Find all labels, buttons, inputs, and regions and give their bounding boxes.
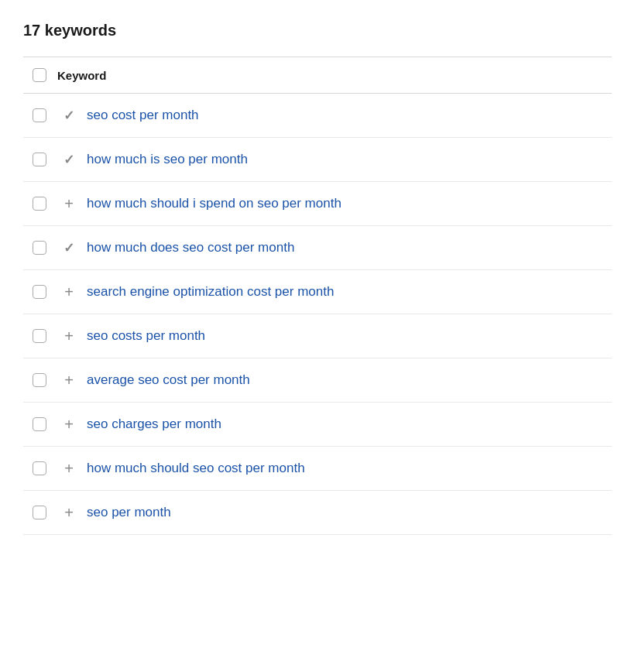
keyword-text[interactable]: seo cost per month <box>87 108 602 123</box>
check-icon: ✓ <box>64 109 74 122</box>
table-row[interactable]: +seo per month <box>23 491 612 535</box>
row-checkbox-cell[interactable] <box>33 329 57 343</box>
plus-icon: + <box>64 196 74 211</box>
row-checkbox-cell[interactable] <box>33 153 57 166</box>
row-checkbox[interactable] <box>33 197 46 211</box>
check-icon: ✓ <box>64 153 74 166</box>
row-checkbox-cell[interactable] <box>33 417 57 431</box>
plus-icon: + <box>64 284 74 300</box>
keyword-text[interactable]: search engine optimization cost per mont… <box>87 284 602 300</box>
keyword-column-header: Keyword <box>57 69 106 82</box>
keywords-table: Keyword ✓seo cost per month✓how much is … <box>23 57 612 535</box>
row-checkbox[interactable] <box>33 461 46 475</box>
row-checkbox[interactable] <box>33 153 46 166</box>
row-checkbox[interactable] <box>33 373 46 387</box>
table-row[interactable]: ✓seo cost per month <box>23 94 612 138</box>
keywords-list: ✓seo cost per month✓how much is seo per … <box>23 94 612 535</box>
row-checkbox-cell[interactable] <box>33 197 57 211</box>
keyword-text[interactable]: average seo cost per month <box>87 372 602 388</box>
keyword-text[interactable]: seo charges per month <box>87 417 602 432</box>
row-checkbox[interactable] <box>33 417 46 431</box>
row-checkbox-cell[interactable] <box>33 461 57 475</box>
table-row[interactable]: +average seo cost per month <box>23 358 612 403</box>
row-checkbox-cell[interactable] <box>33 373 57 387</box>
plus-icon: + <box>64 461 74 476</box>
table-row[interactable]: +search engine optimization cost per mon… <box>23 270 612 314</box>
plus-icon: + <box>64 505 74 520</box>
plus-icon: + <box>64 328 74 344</box>
row-checkbox-cell[interactable] <box>33 506 57 519</box>
row-checkbox[interactable] <box>33 285 46 299</box>
keyword-text[interactable]: seo per month <box>87 505 602 520</box>
row-checkbox-cell[interactable] <box>33 285 57 299</box>
row-checkbox-cell[interactable] <box>33 108 57 122</box>
plus-icon: + <box>64 417 74 432</box>
page-title: 17 keywords <box>23 22 612 39</box>
table-row[interactable]: ✓how much does seo cost per month <box>23 226 612 270</box>
row-checkbox[interactable] <box>33 241 46 255</box>
select-all-checkbox[interactable] <box>33 68 46 82</box>
keyword-text[interactable]: how much does seo cost per month <box>87 240 602 255</box>
check-icon: ✓ <box>64 242 74 255</box>
header-checkbox-cell[interactable] <box>33 68 57 82</box>
row-checkbox[interactable] <box>33 506 46 519</box>
keyword-text[interactable]: how much is seo per month <box>87 152 602 167</box>
row-checkbox[interactable] <box>33 329 46 343</box>
table-row[interactable]: +seo charges per month <box>23 403 612 447</box>
row-checkbox[interactable] <box>33 108 46 122</box>
keyword-text[interactable]: seo costs per month <box>87 328 602 344</box>
keyword-text[interactable]: how much should i spend on seo per month <box>87 196 602 211</box>
row-checkbox-cell[interactable] <box>33 241 57 255</box>
table-header-row: Keyword <box>23 57 612 94</box>
table-row[interactable]: +how much should seo cost per month <box>23 447 612 491</box>
table-row[interactable]: +how much should i spend on seo per mont… <box>23 182 612 226</box>
main-container: 17 keywords Keyword ✓seo cost per month✓… <box>0 0 635 558</box>
table-row[interactable]: +seo costs per month <box>23 314 612 358</box>
table-row[interactable]: ✓how much is seo per month <box>23 138 612 182</box>
plus-icon: + <box>64 372 74 388</box>
keyword-text[interactable]: how much should seo cost per month <box>87 461 602 476</box>
